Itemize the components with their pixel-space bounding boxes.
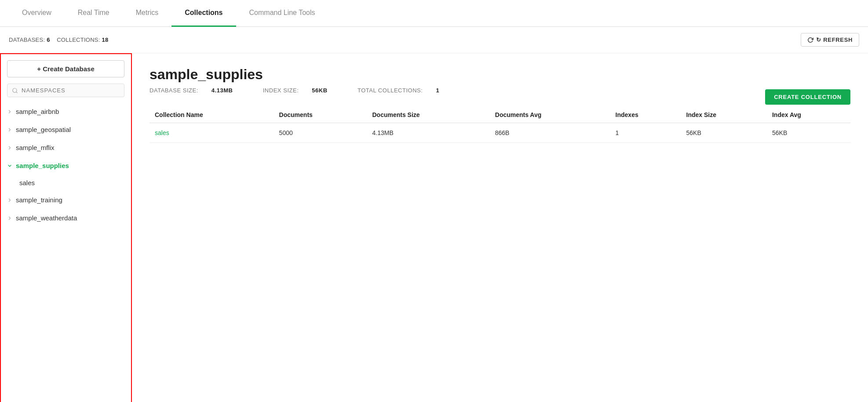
table-header-row: Collection Name Documents Documents Size…: [150, 107, 850, 123]
db-size-label: DATABASE SIZE:: [150, 87, 198, 94]
db-size-value: 4.13MB: [212, 87, 233, 94]
refresh-button[interactable]: ↻ REFRESH: [801, 33, 859, 47]
db-label: sample_mflix: [16, 144, 55, 151]
chevron-down-icon: [7, 163, 12, 168]
db-label: sample_supplies: [16, 162, 69, 169]
cell-documents-avg: 866B: [490, 123, 610, 143]
sidebar-item-sample-supplies[interactable]: sample_supplies: [0, 157, 131, 175]
db-label: sample_geospatial: [16, 126, 71, 133]
collections-count: 18: [102, 37, 109, 43]
sidebar-item-sample-weatherdata[interactable]: sample_weatherdata: [0, 209, 131, 227]
total-collections-label: TOTAL COLLECTIONS:: [357, 87, 423, 94]
sidebar-item-sample-mflix[interactable]: sample_mflix: [0, 139, 131, 157]
collection-label: sales: [19, 179, 35, 186]
databases-label: DATABASES:: [9, 37, 45, 43]
col-header-documents: Documents: [274, 107, 367, 123]
cell-indexes: 1: [610, 123, 681, 143]
cell-index-size: 56KB: [681, 123, 767, 143]
collection-name-link[interactable]: sales: [155, 129, 169, 136]
cell-collection-name: sales: [150, 123, 274, 143]
db-label: sample_airbnb: [16, 108, 59, 115]
cell-documents-size: 4.13MB: [367, 123, 489, 143]
db-meta: DATABASE SIZE: 4.13MB INDEX SIZE: 56KB T…: [150, 87, 439, 94]
namespace-search-input[interactable]: [22, 87, 120, 94]
collections-table: Collection Name Documents Documents Size…: [150, 107, 850, 143]
col-header-indexes: Indexes: [610, 107, 681, 123]
chevron-right-icon: [7, 197, 12, 203]
chevron-right-icon: [7, 145, 12, 150]
svg-line-1: [16, 91, 18, 93]
col-header-documents-avg: Documents Avg: [490, 107, 610, 123]
refresh-icon: [807, 37, 813, 43]
database-list: sample_airbnb sample_geospatial sample_m…: [0, 102, 131, 402]
db-label: sample_training: [16, 196, 62, 204]
tab-overview[interactable]: Overview: [9, 0, 65, 27]
search-icon: [12, 88, 18, 94]
sidebar-item-sales[interactable]: sales: [0, 175, 131, 191]
index-size-label: INDEX SIZE:: [263, 87, 299, 94]
tab-realtime[interactable]: Real Time: [65, 0, 123, 27]
col-header-collection-name: Collection Name: [150, 107, 274, 123]
chevron-right-icon: [7, 109, 12, 114]
tab-collections[interactable]: Collections: [171, 0, 236, 27]
cell-documents: 5000: [274, 123, 367, 143]
db-meta-row: DATABASE SIZE: 4.13MB INDEX SIZE: 56KB T…: [150, 87, 850, 107]
cell-index-avg: 56KB: [767, 123, 850, 143]
sidebar-item-sample-geospatial[interactable]: sample_geospatial: [0, 121, 131, 139]
chevron-right-icon: [7, 216, 12, 221]
table-row: sales 5000 4.13MB 866B 1 56KB 56KB: [150, 123, 850, 143]
main-content: sample_supplies DATABASE SIZE: 4.13MB IN…: [132, 53, 868, 402]
stats-bar: DATABASES: 6 COLLECTIONS: 18 ↻ REFRESH: [0, 27, 868, 53]
tab-metrics[interactable]: Metrics: [123, 0, 172, 27]
db-label: sample_weatherdata: [16, 214, 77, 222]
col-header-index-avg: Index Avg: [767, 107, 850, 123]
stats-text: DATABASES: 6 COLLECTIONS: 18: [9, 37, 109, 43]
sidebar: + Create Database sample_airbnb sample_g…: [0, 53, 132, 402]
create-collection-button[interactable]: CREATE COLLECTION: [765, 89, 850, 105]
top-navigation: Overview Real Time Metrics Collections C…: [0, 0, 868, 27]
col-header-documents-size: Documents Size: [367, 107, 489, 123]
col-header-index-size: Index Size: [681, 107, 767, 123]
index-size-value: 56KB: [312, 87, 327, 94]
sidebar-item-sample-airbnb[interactable]: sample_airbnb: [0, 102, 131, 121]
tab-command-line-tools[interactable]: Command Line Tools: [236, 0, 328, 27]
chevron-right-icon: [7, 127, 12, 132]
sidebar-item-sample-training[interactable]: sample_training: [0, 191, 131, 209]
total-collections-value: 1: [436, 87, 439, 94]
databases-count: 6: [47, 37, 50, 43]
collections-label: COLLECTIONS:: [57, 37, 100, 43]
create-database-button[interactable]: + Create Database: [7, 60, 124, 77]
main-layout: + Create Database sample_airbnb sample_g…: [0, 53, 868, 402]
database-title: sample_supplies: [150, 66, 850, 83]
namespace-search-box: [7, 84, 124, 97]
